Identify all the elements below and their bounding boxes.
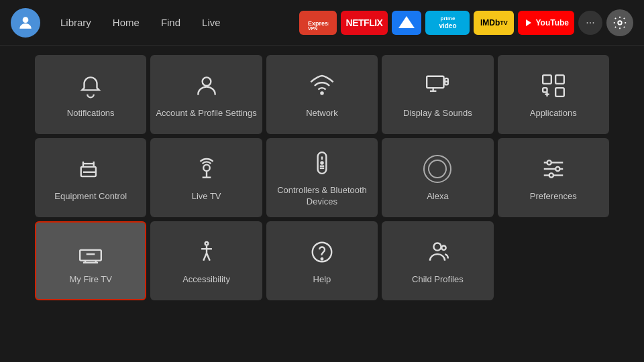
cell-display-sounds[interactable]: Display & Sounds: [382, 55, 493, 134]
alexa-icon: [423, 154, 451, 184]
app-netflix[interactable]: NETFLIX: [341, 11, 388, 35]
app-youtube[interactable]: YouTube: [518, 11, 574, 35]
svg-point-42: [205, 242, 208, 245]
remote-icon: [309, 147, 335, 178]
user-avatar[interactable]: [11, 8, 40, 38]
app-shortcuts: Express VPN NETFLIX prime video IMDbTV Y…: [299, 9, 633, 36]
nav-library[interactable]: Library: [51, 13, 101, 32]
cell-applications[interactable]: Applications: [498, 55, 609, 134]
app-imdb[interactable]: IMDbTV: [474, 11, 514, 35]
bell-icon: [78, 70, 103, 101]
svg-rect-7: [427, 76, 444, 87]
svg-point-5: [202, 77, 211, 86]
svg-point-50: [442, 245, 446, 249]
controllers-bluetooth-label: Controllers & Bluetooth Devices: [272, 185, 372, 208]
accessibility-label: Accessibility: [182, 274, 230, 286]
wifi-icon: [309, 70, 335, 101]
nav-home[interactable]: Home: [103, 13, 149, 32]
applications-label: Applications: [530, 108, 577, 119]
accessibility-icon: [194, 237, 219, 267]
svg-rect-15: [543, 88, 547, 92]
cell-equipment-control[interactable]: Equipment Control: [35, 138, 146, 217]
firetv-icon: [78, 237, 103, 267]
help-icon: [309, 237, 335, 267]
live-tv-label: Live TV: [192, 191, 221, 202]
network-label: Network: [306, 108, 338, 119]
svg-text:VPN: VPN: [308, 26, 317, 30]
antenna-icon: [194, 154, 219, 184]
svg-point-28: [321, 162, 323, 164]
preferences-label: Preferences: [530, 191, 577, 202]
cell-account-profile[interactable]: Account & Profile Settings: [150, 55, 262, 134]
nav-find[interactable]: Find: [152, 13, 190, 32]
my-fire-tv-label: My Fire TV: [70, 274, 112, 286]
notifications-label: Notifications: [67, 108, 115, 119]
svg-line-45: [203, 253, 207, 260]
alexa-label: Alexa: [427, 191, 449, 202]
svg-point-36: [549, 173, 553, 177]
tv-remote-icon: [78, 154, 103, 184]
monitor-speaker-icon: [425, 70, 450, 101]
equipment-control-label: Equipment Control: [54, 191, 127, 202]
cell-child-profiles[interactable]: Child Profiles: [382, 221, 493, 300]
svg-marker-3: [526, 19, 531, 26]
person-icon: [194, 70, 219, 101]
cell-alexa[interactable]: Alexa: [382, 138, 493, 217]
sliders-icon: [541, 154, 566, 184]
svg-point-0: [23, 17, 29, 23]
more-apps-button[interactable]: ···: [578, 11, 602, 35]
cell-accessibility[interactable]: Accessibility: [150, 221, 262, 300]
cell-my-fire-tv[interactable]: My Fire TV: [35, 221, 146, 300]
svg-point-35: [555, 166, 559, 170]
cell-live-tv[interactable]: Live TV: [150, 138, 262, 217]
svg-rect-12: [543, 75, 551, 84]
nav-links: Library Home Find Live: [51, 13, 230, 32]
svg-rect-14: [555, 88, 564, 97]
account-profile-label: Account & Profile Settings: [156, 108, 256, 119]
svg-point-34: [547, 160, 551, 164]
svg-point-4: [618, 21, 622, 25]
settings-grid: Notifications Account & Profile Settings…: [35, 55, 609, 300]
app-fbprime[interactable]: [392, 11, 421, 35]
svg-line-46: [207, 253, 210, 260]
help-label: Help: [313, 274, 331, 286]
top-navigation: Library Home Find Live Express VPN NETFL…: [0, 0, 644, 46]
settings-main: Notifications Account & Profile Settings…: [0, 46, 644, 307]
app-primevideo[interactable]: prime video: [425, 11, 470, 35]
svg-rect-13: [555, 75, 564, 84]
svg-point-23: [203, 164, 210, 171]
cell-network[interactable]: Network: [266, 55, 378, 134]
cell-controllers-bluetooth[interactable]: Controllers & Bluetooth Devices: [266, 138, 378, 217]
apps-icon: [541, 70, 566, 101]
cell-notifications[interactable]: Notifications: [35, 55, 146, 134]
svg-rect-37: [80, 249, 101, 260]
display-sounds-label: Display & Sounds: [403, 108, 472, 119]
cell-help[interactable]: Help: [266, 221, 378, 300]
nav-live[interactable]: Live: [193, 13, 230, 32]
svg-point-6: [321, 92, 323, 94]
child-profiles-label: Child Profiles: [412, 274, 464, 286]
settings-button[interactable]: [606, 9, 633, 36]
child-icon: [425, 237, 450, 267]
svg-point-48: [321, 258, 323, 260]
cell-preferences[interactable]: Preferences: [498, 138, 609, 217]
svg-point-49: [434, 243, 441, 250]
app-expressvpn[interactable]: Express VPN: [299, 11, 337, 35]
